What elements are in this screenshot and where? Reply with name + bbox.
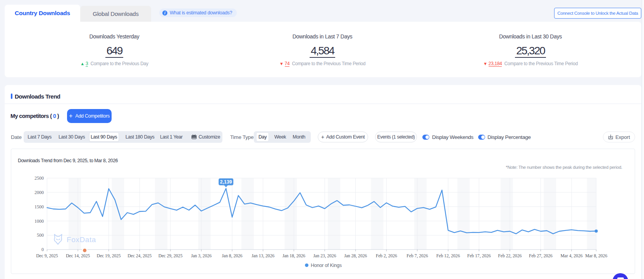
svg-text:Dec 9, 2025: Dec 9, 2025 [36, 253, 58, 258]
svg-text:2,139: 2,139 [220, 179, 232, 185]
svg-text:Mar 8, 2026: Mar 8, 2026 [585, 253, 607, 258]
svg-text:Feb 7, 2026: Feb 7, 2026 [406, 253, 428, 258]
svg-text:Jan 3, 2026: Jan 3, 2026 [191, 253, 212, 258]
svg-text:*Note: The number shows the pe: *Note: The number shows the peak during … [506, 165, 622, 170]
svg-text:500: 500 [37, 232, 44, 238]
svg-text:FoxData: FoxData [67, 236, 96, 244]
svg-text:Dec 19, 2025: Dec 19, 2025 [97, 253, 121, 258]
svg-text:Downloads Trend from Dec 9, 20: Downloads Trend from Dec 9, 2025, to Mar… [18, 158, 118, 163]
svg-text:Feb 2, 2026: Feb 2, 2026 [376, 253, 397, 258]
svg-text:Dec 29, 2025: Dec 29, 2025 [158, 253, 183, 258]
svg-text:0: 0 [41, 247, 44, 252]
svg-text:1000: 1000 [34, 218, 44, 224]
svg-text:Jan 18, 2026: Jan 18, 2026 [282, 253, 305, 258]
svg-text:Mar 4, 2026: Mar 4, 2026 [561, 253, 583, 258]
svg-text:Feb 22, 2026: Feb 22, 2026 [498, 253, 522, 258]
svg-text:2000: 2000 [34, 190, 44, 195]
svg-text:Feb 12, 2026: Feb 12, 2026 [436, 253, 460, 258]
svg-text:Jan 13, 2026: Jan 13, 2026 [251, 253, 274, 258]
svg-text:2500: 2500 [34, 175, 44, 181]
svg-text:1500: 1500 [34, 204, 44, 210]
svg-text:Feb 27, 2026: Feb 27, 2026 [529, 253, 553, 258]
svg-text:Dec 14, 2025: Dec 14, 2025 [66, 253, 90, 258]
svg-text:Feb 17, 2026: Feb 17, 2026 [467, 253, 491, 258]
svg-text:Dec 24, 2025: Dec 24, 2025 [127, 253, 152, 258]
svg-text:Jan 8, 2026: Jan 8, 2026 [222, 253, 243, 258]
svg-text:Honor of Kings: Honor of Kings [311, 263, 342, 268]
svg-text:Jan 23, 2026: Jan 23, 2026 [313, 253, 336, 258]
svg-text:Jan 28, 2026: Jan 28, 2026 [344, 253, 367, 258]
